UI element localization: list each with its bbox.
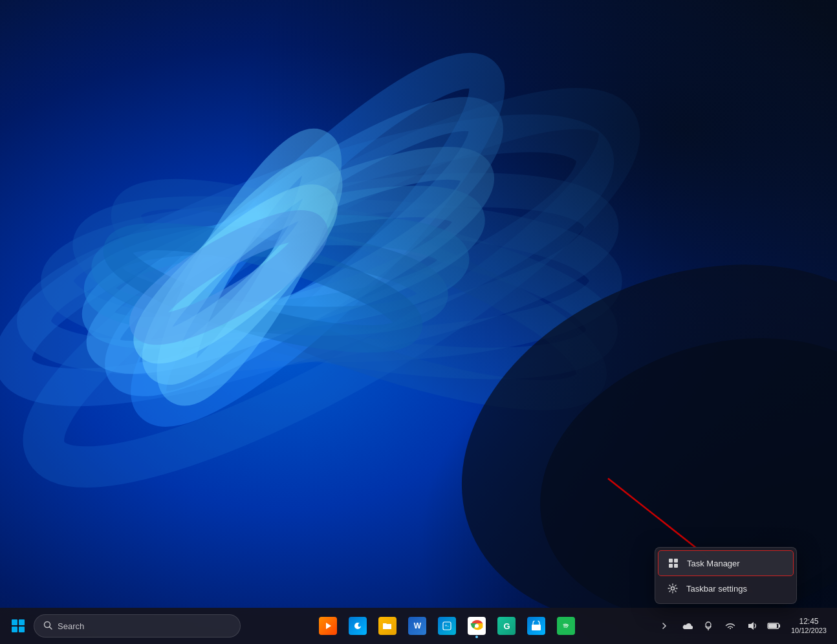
wifi-tray-icon[interactable] xyxy=(720,613,741,639)
desktop: Task Manager Taskbar settings xyxy=(0,0,837,644)
taskbar-app-word[interactable]: W xyxy=(403,612,431,640)
taskbar-search[interactable]: Search xyxy=(34,614,241,638)
word-icon: W xyxy=(408,617,426,635)
taskbar-app-edge-pre[interactable] xyxy=(343,612,372,640)
edge-preview-icon xyxy=(349,617,367,635)
grammarly-icon: G xyxy=(497,617,516,635)
taskbar-app-grammarly[interactable]: G xyxy=(492,612,521,640)
show-hidden-icons-button[interactable] xyxy=(654,613,675,639)
system-tray: 12:45 10/12/2023 xyxy=(654,613,832,639)
file-explorer-icon xyxy=(378,617,397,635)
taskbar-app-store[interactable] xyxy=(522,612,550,640)
clock-time: 12:45 xyxy=(799,617,818,626)
svg-rect-24 xyxy=(669,564,673,568)
svg-rect-23 xyxy=(674,559,678,563)
svg-rect-30 xyxy=(19,619,25,625)
svg-line-34 xyxy=(50,627,52,629)
audio-device-tray-icon[interactable] xyxy=(698,613,719,639)
context-menu-taskbar-settings[interactable]: Taskbar settings xyxy=(658,576,794,601)
taskbar-app-calc[interactable]: +- xyxy=(433,612,461,640)
svg-point-40 xyxy=(475,624,479,628)
svg-text:+-: +- xyxy=(445,623,450,628)
taskbar-clock[interactable]: 12:45 10/12/2023 xyxy=(786,613,832,639)
taskbar: Search xyxy=(0,608,837,644)
taskbar-app-folder[interactable] xyxy=(373,612,402,640)
microsoft-store-icon xyxy=(527,617,545,635)
svg-marker-35 xyxy=(326,623,331,629)
settings-icon xyxy=(667,583,679,594)
taskbar-app-chrome[interactable] xyxy=(462,612,491,640)
taskbar-settings-label: Taskbar settings xyxy=(686,584,747,594)
svg-rect-31 xyxy=(12,627,17,632)
taskbar-app-media[interactable] xyxy=(314,612,342,640)
start-button[interactable] xyxy=(5,613,31,639)
svg-marker-45 xyxy=(748,622,754,630)
clock-date: 10/12/2023 xyxy=(791,627,827,635)
calculator-icon: +- xyxy=(438,617,456,635)
onedrive-tray-icon[interactable] xyxy=(676,613,697,639)
chrome-icon xyxy=(468,617,486,635)
media-player-icon xyxy=(319,617,337,635)
windows-logo-icon xyxy=(11,619,25,633)
context-menu-task-manager[interactable]: Task Manager xyxy=(658,550,794,576)
svg-rect-22 xyxy=(669,559,673,563)
context-menu: Task Manager Taskbar settings xyxy=(655,547,797,604)
svg-rect-25 xyxy=(674,564,678,568)
taskbar-app-spotify[interactable] xyxy=(552,612,580,640)
svg-rect-47 xyxy=(768,624,777,628)
search-label: Search xyxy=(58,621,84,631)
task-manager-label: Task Manager xyxy=(687,559,740,568)
svg-rect-41 xyxy=(532,625,541,630)
task-manager-icon xyxy=(668,557,679,569)
battery-tray-icon[interactable] xyxy=(764,613,785,639)
svg-rect-29 xyxy=(12,619,17,625)
svg-point-43 xyxy=(706,622,711,627)
svg-rect-32 xyxy=(19,627,25,632)
volume-tray-icon[interactable] xyxy=(742,613,763,639)
search-icon xyxy=(43,621,52,632)
svg-point-26 xyxy=(671,587,675,590)
spotify-icon xyxy=(557,617,575,635)
taskbar-apps: W +- xyxy=(243,612,651,640)
